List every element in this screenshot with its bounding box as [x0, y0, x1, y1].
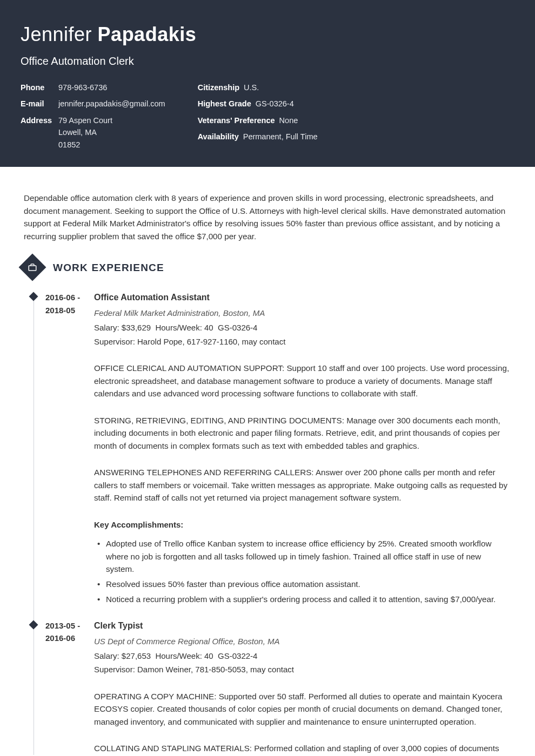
resume-body: Dependable office automation clerk with …	[0, 167, 535, 756]
job-hours: Hours/Week: 40	[151, 651, 213, 660]
availability-label: Availability	[198, 131, 239, 143]
job-salary: Salary: $27,653	[94, 651, 151, 660]
last-name: Papadakis	[98, 23, 197, 45]
address-label: Address	[21, 114, 54, 151]
citizenship-label: Citizenship	[198, 82, 239, 93]
job-supervisor: Supervisor: Harold Pope, 617-927-1160, m…	[94, 335, 511, 348]
section-title: WORK EXPERIENCE	[53, 260, 164, 275]
job-para: STORING, RETRIEVING, EDITING, AND PRINTI…	[94, 414, 511, 453]
grade-row: Highest Grade GS-0326-4	[198, 98, 318, 110]
availability-value: Permanent, Full Time	[243, 131, 318, 143]
bullet-list: Adopted use of Trello office Kanban syst…	[94, 537, 511, 605]
address-line2: Lowell, MA	[58, 126, 112, 138]
email-value: jennifer.papadakis@gmail.com	[58, 98, 165, 110]
job-hours: Hours/Week: 40	[151, 323, 213, 332]
phone-label: Phone	[21, 82, 54, 93]
email-row: E-mail jennifer.papadakis@gmail.com	[21, 98, 165, 110]
job-grade: GS-0326-4	[213, 323, 258, 332]
job-grade: GS-0322-4	[213, 651, 258, 660]
address-line3: 01852	[58, 139, 112, 151]
address-value: 79 Aspen Court Lowell, MA 01852	[58, 114, 112, 151]
job-supervisor: Supervisor: Damon Weiner, 781-850-5053, …	[94, 663, 511, 676]
list-item: Resolved issues 50% faster than previous…	[96, 578, 511, 591]
resume-header: Jennifer Papadakis Office Automation Cle…	[0, 0, 535, 167]
email-label: E-mail	[21, 98, 54, 110]
job-para: OPERATING A COPY MACHINE: Supported over…	[94, 690, 511, 728]
list-item: Adopted use of Trello office Kanban syst…	[96, 537, 511, 576]
veterans-label: Veterans' Preference	[198, 114, 275, 126]
job-dates: 2016-06 - 2018-05	[34, 291, 81, 608]
job-para: COLLATING AND STAPLING MATERIALS: Perfor…	[94, 742, 511, 755]
job-title: Office Automation Assistant	[94, 291, 511, 305]
phone-row: Phone 978-963-6736	[21, 82, 165, 93]
citizenship-value: U.S.	[244, 82, 259, 93]
address-row: Address 79 Aspen Court Lowell, MA 01852	[21, 114, 165, 151]
citizenship-row: Citizenship U.S.	[198, 82, 318, 93]
contact-right-col: Citizenship U.S. Highest Grade GS-0326-4…	[198, 82, 318, 151]
job-title: Clerk Typist	[94, 619, 511, 633]
address-line1: 79 Aspen Court	[58, 114, 112, 126]
job-org: US Dept of Commerce Regional Office, Bos…	[94, 635, 511, 647]
veterans-row: Veterans' Preference None	[198, 114, 318, 126]
first-name: Jennifer	[21, 23, 92, 45]
section-header: WORK EXPERIENCE	[24, 258, 511, 277]
job-entry: 2016-06 - 2018-05 Office Automation Assi…	[34, 291, 511, 608]
availability-row: Availability Permanent, Full Time	[198, 131, 318, 143]
work-experience-section: WORK EXPERIENCE 2016-06 - 2018-05 Office…	[24, 258, 511, 754]
contact-left-col: Phone 978-963-6736 E-mail jennifer.papad…	[21, 82, 165, 151]
phone-value: 978-963-6736	[58, 82, 107, 93]
summary-paragraph: Dependable office automation clerk with …	[24, 192, 511, 242]
grade-label: Highest Grade	[198, 98, 251, 110]
briefcase-icon	[19, 254, 46, 281]
job-salary: Salary: $33,629	[94, 323, 151, 332]
grade-value: GS-0326-4	[256, 98, 294, 110]
timeline: 2016-06 - 2018-05 Office Automation Assi…	[34, 291, 511, 754]
key-accomplishments-label: Key Accomplishments:	[94, 518, 511, 531]
svg-rect-0	[29, 266, 36, 271]
job-entry: 2013-05 - 2016-06 Clerk Typist US Dept o…	[34, 619, 511, 755]
job-para: ANSWERING TELEPHONES AND REFERRING CALLE…	[94, 466, 511, 504]
job-para: OFFICE CLERICAL AND AUTOMATION SUPPORT: …	[94, 362, 511, 400]
veterans-value: None	[279, 114, 298, 126]
job-dates: 2013-05 - 2016-06	[34, 619, 81, 755]
contact-info: Phone 978-963-6736 E-mail jennifer.papad…	[21, 82, 514, 151]
job-meta: Salary: $27,653Hours/Week: 40GS-0322-4	[94, 650, 511, 662]
job-meta: Salary: $33,629Hours/Week: 40GS-0326-4	[94, 321, 511, 334]
job-title-header: Office Automation Clerk	[21, 53, 514, 70]
person-name: Jennifer Papadakis	[21, 19, 514, 50]
job-body: Office Automation Assistant Federal Milk…	[94, 291, 511, 608]
job-body: Clerk Typist US Dept of Commerce Regiona…	[94, 619, 511, 755]
job-org: Federal Milk Market Administration, Bost…	[94, 307, 511, 319]
list-item: Noticed a recurring problem with a suppl…	[96, 593, 511, 606]
